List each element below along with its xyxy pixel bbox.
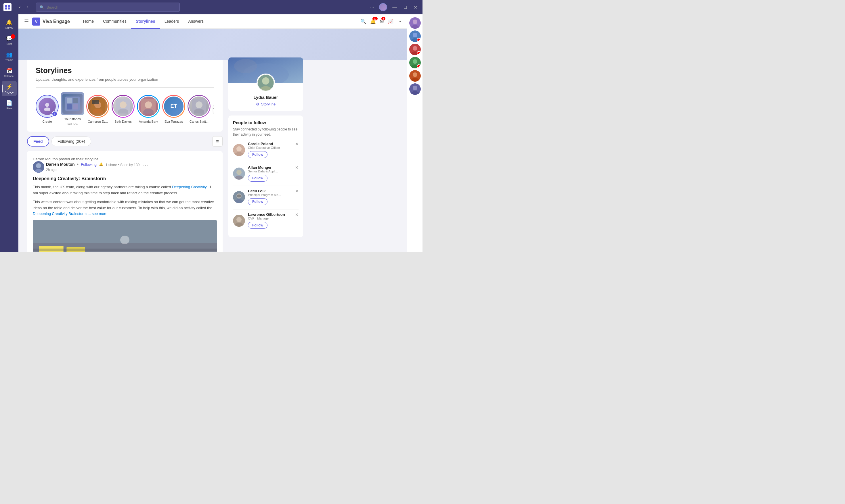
right-sidebar-user3[interactable] bbox=[409, 44, 421, 55]
feed-area: Storylines Updates, thoughts, and experi… bbox=[27, 60, 223, 252]
cecil-avatar[interactable] bbox=[233, 191, 245, 203]
messages-button[interactable]: ✉ 3 bbox=[380, 19, 384, 24]
lawrence-follow-button[interactable]: Follow bbox=[248, 222, 268, 229]
more-options-button[interactable]: ··· bbox=[368, 4, 376, 10]
svg-rect-12 bbox=[73, 104, 78, 109]
right-sidebar-user6[interactable] bbox=[409, 83, 421, 95]
story-label-amanda: Amanda Bary bbox=[139, 120, 158, 124]
post-author-avatar[interactable] bbox=[33, 161, 44, 173]
post-body-text-3: This week's content was about getting co… bbox=[33, 200, 214, 210]
feed-tab-feed[interactable]: Feed bbox=[27, 136, 49, 146]
story-create[interactable]: + Create bbox=[36, 95, 59, 124]
eva-ring: ET bbox=[162, 95, 185, 118]
post-following-badge: Following bbox=[81, 162, 97, 167]
svg-rect-1 bbox=[8, 5, 10, 7]
search-input[interactable] bbox=[47, 5, 176, 10]
sidebar-item-files[interactable]: 📄 Files bbox=[2, 97, 17, 112]
story-amanda[interactable]: Amanda Bary bbox=[137, 95, 160, 124]
nav-answers[interactable]: Answers bbox=[184, 14, 208, 29]
svg-point-46 bbox=[237, 170, 242, 175]
post-stats-text: 1 share • Seen by 139 bbox=[106, 163, 139, 167]
post-body-1: This month, the UX team, along with our … bbox=[33, 184, 217, 196]
sidebar-item-teams[interactable]: 👥 Teams bbox=[2, 49, 17, 64]
post-link-2[interactable]: Deepening Creativity Brainstorm bbox=[33, 212, 87, 216]
page-content: Storylines Updates, thoughts, and experi… bbox=[18, 29, 407, 252]
back-button[interactable]: ‹ bbox=[17, 3, 23, 11]
svg-point-65 bbox=[413, 59, 417, 64]
sidebar-item-chat[interactable]: 1 💬 Chat bbox=[2, 33, 17, 48]
allan-title: Senior Data & Appli... bbox=[248, 169, 298, 173]
right-sidebar-user4[interactable] bbox=[409, 57, 421, 68]
person-lawrence: Lawrence Gilbertson CVP - Manager Follow… bbox=[233, 212, 298, 229]
svg-point-33 bbox=[120, 236, 130, 244]
people-to-follow-subtitle: Stay connected by following people to se… bbox=[233, 127, 298, 137]
minimize-button[interactable]: — bbox=[391, 4, 399, 10]
notifications-button[interactable]: 🔔 12 bbox=[370, 19, 376, 24]
cecil-follow-button[interactable]: Follow bbox=[248, 198, 268, 205]
profile-storyline-label: Storyline bbox=[261, 102, 276, 106]
nav-communities[interactable]: Communities bbox=[98, 14, 131, 29]
more-button[interactable]: ··· bbox=[397, 19, 401, 24]
cecil-info: Cecil Folk Principal Program Ma... Follo… bbox=[248, 189, 298, 205]
cecil-dismiss-button[interactable]: ✕ bbox=[295, 189, 298, 193]
story-carlos[interactable]: Carlos Slatt... bbox=[188, 95, 210, 124]
right-sidebar-user1[interactable] bbox=[409, 17, 421, 29]
feed-tab-following[interactable]: Following (20+) bbox=[51, 137, 91, 146]
allan-avatar[interactable] bbox=[233, 167, 245, 180]
svg-point-56 bbox=[413, 20, 417, 24]
amanda-ring bbox=[137, 95, 160, 118]
sidebar-more[interactable]: ··· bbox=[4, 238, 14, 250]
story-yours[interactable]: Your stories Just now bbox=[61, 92, 84, 126]
sidebar-item-engage[interactable]: ⚡ Engage bbox=[2, 81, 17, 96]
eva-initials: ET bbox=[164, 96, 184, 116]
story-beth[interactable]: Beth Davies bbox=[111, 95, 135, 124]
allan-follow-button[interactable]: Follow bbox=[248, 175, 268, 182]
user-avatar[interactable] bbox=[379, 3, 387, 11]
stories-next-button[interactable]: › bbox=[213, 105, 214, 113]
post-link-1[interactable]: Deepening Creativity bbox=[172, 185, 207, 189]
search-button[interactable]: 🔍 bbox=[360, 19, 366, 24]
people-to-follow-card: People to follow Stay connected by follo… bbox=[228, 115, 303, 237]
post-more-button[interactable]: ⋯ bbox=[143, 162, 148, 168]
post-image bbox=[33, 220, 217, 252]
forward-button[interactable]: › bbox=[24, 3, 31, 11]
post-title: Deepening Creativity: Brainstorm bbox=[33, 176, 217, 181]
story-sublabel-yours: Just now bbox=[67, 123, 78, 126]
eva-avatar: ET bbox=[163, 96, 184, 117]
story-eva[interactable]: ET Eva Terrazas bbox=[162, 95, 185, 124]
sidebar-item-activity[interactable]: 🔔 Activity bbox=[2, 17, 17, 32]
sidebar-item-calendar[interactable]: 📅 Calender bbox=[2, 65, 17, 80]
lawrence-avatar[interactable] bbox=[233, 215, 245, 227]
nav-leaders[interactable]: Leaders bbox=[160, 14, 184, 29]
feed-filter-button[interactable]: ≡ bbox=[212, 136, 223, 146]
search-bar[interactable]: 🔍 bbox=[36, 3, 180, 12]
post-seemore[interactable]: ... see more bbox=[88, 212, 107, 216]
sidebar-label-activity: Activity bbox=[5, 26, 14, 29]
close-button[interactable]: ✕ bbox=[412, 4, 419, 11]
right-sidebar-user2[interactable] bbox=[409, 31, 421, 42]
profile-avatar[interactable] bbox=[257, 74, 275, 92]
analytics-button[interactable]: 📈 bbox=[388, 19, 394, 24]
svg-rect-34 bbox=[33, 249, 217, 251]
maximize-button[interactable]: □ bbox=[402, 4, 409, 10]
story-cameron[interactable]: Cameron Ev... bbox=[86, 95, 109, 124]
nav-home[interactable]: Home bbox=[79, 14, 98, 29]
carole-follow-button[interactable]: Follow bbox=[248, 151, 268, 158]
teams-app-icon bbox=[3, 3, 12, 11]
svg-point-62 bbox=[413, 46, 417, 51]
allan-dismiss-button[interactable]: ✕ bbox=[295, 165, 298, 170]
profile-story-link[interactable]: ⚙ Storyline bbox=[233, 102, 298, 106]
content-area: Storylines Updates, thoughts, and experi… bbox=[18, 60, 407, 252]
svg-rect-10 bbox=[73, 98, 78, 103]
allan-name: Allan Munger bbox=[248, 165, 298, 169]
lawrence-info: Lawrence Gilbertson CVP - Manager Follow bbox=[248, 212, 298, 229]
cecil-title: Principal Program Ma... bbox=[248, 193, 298, 197]
carole-dismiss-button[interactable]: ✕ bbox=[295, 142, 298, 146]
calendar-icon: 📅 bbox=[6, 68, 12, 74]
hamburger-button[interactable]: ☰ bbox=[24, 18, 29, 25]
svg-point-68 bbox=[413, 72, 417, 77]
lawrence-dismiss-button[interactable]: ✕ bbox=[295, 212, 298, 217]
right-sidebar-user5[interactable] bbox=[409, 70, 421, 82]
nav-storylines[interactable]: Storylines bbox=[131, 14, 160, 29]
carole-avatar[interactable] bbox=[233, 144, 245, 156]
